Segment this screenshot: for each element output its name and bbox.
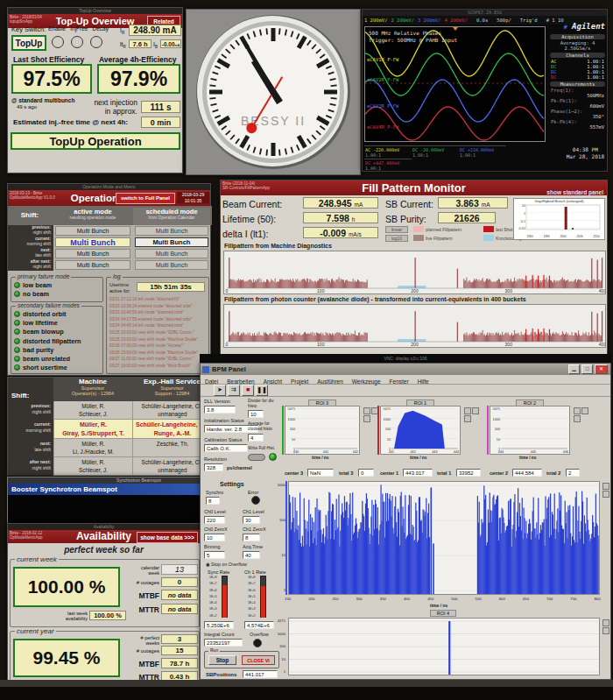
active-mode-button[interactable]: Multi Bunch (55, 260, 130, 270)
run-button[interactable]: ➤ (214, 385, 226, 396)
write-full-hist-toggle[interactable] (248, 454, 265, 461)
resolution-field[interactable]: 328 (204, 463, 223, 471)
roi4-tool-button[interactable] (602, 627, 609, 634)
roi1-chart-tool-button[interactable] (472, 407, 479, 414)
average-field[interactable]: 4 (248, 434, 264, 442)
ch1-zerox-field[interactable]: 8 (243, 534, 260, 541)
svg-text:200: 200 (411, 288, 419, 293)
log-entry: 03/25 15:00:00 new shift mode "ID/BL Com… (109, 329, 208, 336)
roi3-chart-tool-button[interactable] (363, 407, 370, 414)
integral-count-field[interactable]: 23352197 (204, 639, 243, 647)
roi2-chart-tool-button[interactable] (574, 407, 581, 414)
center3-field[interactable]: NaN (307, 469, 334, 477)
opmode-window-title: Operation Mode and Metric (8, 184, 210, 190)
roi4-tool-button[interactable] (602, 619, 609, 626)
menu-item-fenster[interactable]: Fenster (385, 378, 413, 386)
log10-button[interactable]: log10 (385, 235, 408, 242)
status-led (14, 291, 20, 297)
divider-field[interactable]: 10 (248, 410, 264, 418)
ch1-rate-field[interactable]: 4,574E+6 (244, 621, 274, 629)
ch0-level-field[interactable]: 220 (204, 516, 225, 524)
acquisition-line2: 2.50GSa/s (548, 46, 607, 51)
svg-text:1000: 1000 (384, 418, 391, 421)
acqtime-field[interactable]: 40 (243, 551, 260, 559)
machine-supervisor-cell: Müller, R.Li, J./Haucke, M. (53, 439, 132, 457)
pause-button[interactable]: ❚❚ (256, 385, 268, 396)
run-group-title: Run (208, 647, 220, 653)
roi2-chart-tool-button[interactable] (574, 415, 581, 422)
scope-offset-cell: DC +447.400mV1.00:1 (364, 159, 412, 172)
shift-row-label: next:late shift (8, 439, 53, 457)
svg-text:441: 441 (323, 450, 328, 454)
main-chart-tool-button[interactable] (602, 483, 609, 490)
scope-plot: 500 MHz Relative Phases Trigger: 500MHz … (364, 26, 546, 142)
stop-button[interactable]: Stop (208, 655, 236, 665)
synchro-field[interactable]: 8 (206, 497, 220, 505)
stop-on-overflow-checkbox[interactable]: ◉ Stop on Overflow (206, 562, 247, 567)
log-entry: 03/23 10:40:50 left mode "distorted orbi… (109, 309, 208, 316)
menu-item-ausführen[interactable]: Ausführen (313, 378, 348, 386)
total3-field[interactable]: 0 (358, 469, 374, 477)
svg-text:442: 442 (353, 450, 358, 454)
base-data-button[interactable]: show base data >>> (137, 532, 198, 543)
calib-status-field[interactable]: Calib O.K. (204, 444, 248, 452)
total1-field[interactable]: 33952 (456, 469, 481, 477)
roi4-ytick: 100 (271, 644, 285, 648)
linear-button[interactable]: linear (385, 226, 408, 233)
center1-field[interactable]: 443.017 (403, 469, 433, 477)
abort-button[interactable]: ■ (242, 385, 254, 396)
active-mode-button[interactable]: Multi Bunch (55, 237, 130, 247)
menu-item-hilfe[interactable]: Hilfe (413, 378, 433, 386)
current-year-value: 99.45 % (13, 639, 120, 677)
roi2-chart-tool-button[interactable] (581, 407, 588, 414)
primary-failure-group: primary failure mode low beamno beam (11, 277, 103, 302)
main-chart-tool-button[interactable] (602, 491, 609, 498)
ch0-zerox-field[interactable]: 10 (204, 534, 225, 541)
ch1-level-field[interactable]: 30 (243, 516, 260, 524)
full-panel-button[interactable]: switch to Full Panel (116, 193, 175, 204)
shift-table-header: Shift: (11, 392, 29, 399)
center2-field[interactable]: 444.584 (512, 469, 542, 477)
dll-version-label: DLL Version (204, 399, 230, 404)
agilent-logo-icon: ✳ (563, 23, 567, 31)
resolution-label: Resolution (204, 456, 227, 462)
roi3-chart-tool-button[interactable] (363, 415, 370, 422)
center1-label: center 1 (380, 470, 398, 476)
status-led (14, 356, 20, 362)
svg-text:443: 443 (432, 450, 437, 454)
menu-item-werkzeuge[interactable]: Werkzeuge (348, 378, 385, 386)
total2-field[interactable]: 2 (566, 469, 580, 477)
main-ytick: 1 (271, 588, 285, 592)
scope-title-line2: Trigger: 500MHz @ PAHB Input (369, 37, 457, 43)
roi1-chart-tool-button[interactable] (464, 407, 471, 414)
main-xtick: 650 (523, 597, 529, 601)
bpm-titlebar[interactable]: BPM Panel ▁ □ ✕ (201, 364, 610, 375)
machine-supervisor-cell: Müller, R.Giray, S./Struppert, T. (53, 420, 132, 439)
minimize-button[interactable]: ▁ (568, 364, 580, 374)
inj-free-value: 0 min (141, 117, 180, 128)
perfect-weeks-value: 3 (161, 634, 198, 644)
dll-version-field[interactable]: 3.8 (204, 406, 236, 414)
active-mode-button[interactable]: Multi Bunch (55, 249, 130, 258)
usertime-value: 15h 51m 35s (137, 282, 205, 292)
center3-label: center 3 (285, 470, 303, 476)
gap-bunch-chart: Gap/Hybrid Bunch (enlarged) 1010.10.0119… (513, 198, 605, 240)
sync-rate-field[interactable]: 5,250E+6 (204, 621, 234, 629)
cw-mttr-value: no data (161, 604, 198, 614)
ch0-level-label: Ch0 Level (204, 509, 226, 514)
wave-label-1: ≡CAV1R_P-FW (367, 57, 398, 62)
svg-text:5071: 5071 (288, 407, 295, 411)
main-xtick: 750 (570, 597, 576, 601)
menu-item-projekt[interactable]: Projekt (286, 378, 313, 386)
topup-key-button[interactable]: TopUp (11, 35, 46, 51)
maximize-button[interactable]: □ (581, 364, 593, 374)
svg-text:444: 444 (454, 450, 459, 454)
binning-field[interactable]: 5 (204, 551, 225, 559)
roi1-chart-tool-button[interactable] (464, 415, 471, 422)
close-button[interactable]: ✕ (595, 364, 608, 374)
svg-text:100: 100 (317, 342, 325, 347)
active-mode-button[interactable]: Multi Bunch (55, 226, 130, 236)
main-ytick: 100 (271, 518, 285, 522)
run-continuous-button[interactable]: ⇉ (228, 385, 240, 396)
overflow-led (253, 639, 262, 647)
